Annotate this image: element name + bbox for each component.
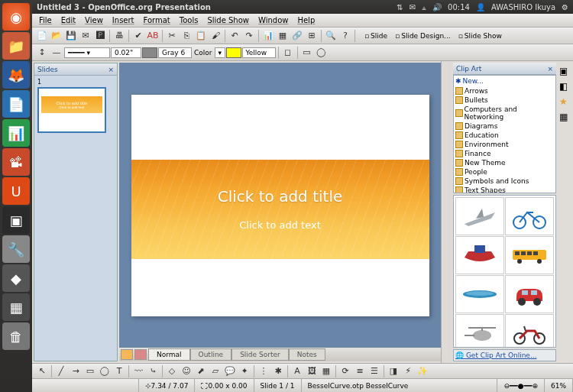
paste-icon[interactable]: 📋 bbox=[194, 29, 208, 43]
ca-environment[interactable]: Environment bbox=[454, 140, 555, 149]
spellcheck-icon[interactable]: ✔ bbox=[131, 29, 145, 43]
clip-car[interactable] bbox=[505, 275, 554, 313]
line-style-icon[interactable]: — bbox=[50, 46, 63, 60]
fontwork-icon[interactable]: A bbox=[290, 364, 304, 378]
table-icon[interactable]: ▦ bbox=[276, 29, 290, 43]
chart-icon[interactable]: 📊 bbox=[261, 29, 275, 43]
flowchart-icon[interactable]: ▱ bbox=[209, 364, 222, 378]
user-name[interactable]: AWASHIRO Ikuya bbox=[491, 3, 555, 11]
open-icon[interactable]: 📂 bbox=[50, 29, 63, 43]
connector-icon[interactable]: ⤷ bbox=[146, 364, 160, 378]
line-color-select[interactable]: Gray 6 bbox=[158, 47, 192, 58]
slide-button[interactable]: ▫ Slide bbox=[361, 30, 391, 42]
title-placeholder[interactable]: Click to add title bbox=[218, 187, 343, 206]
clipart-new[interactable]: ✱ New... bbox=[454, 76, 555, 86]
interaction-icon[interactable]: ⚡ bbox=[401, 364, 415, 378]
menu-format[interactable]: Format bbox=[140, 15, 174, 26]
ca-textshapes[interactable]: Text Shapes bbox=[454, 186, 555, 193]
text-placeholder[interactable]: Click to add text bbox=[239, 219, 321, 231]
ca-diagrams[interactable]: Diagrams bbox=[454, 121, 555, 131]
zoom-slider[interactable]: ⊖━━●━━⊕ bbox=[497, 379, 545, 392]
navigator-icon[interactable]: ⊞ bbox=[305, 29, 319, 43]
launcher-calc[interactable]: 📊 bbox=[2, 119, 30, 147]
print-icon[interactable]: 🖶 bbox=[112, 29, 126, 43]
menu-slideshow[interactable]: Slide Show bbox=[203, 15, 253, 26]
symbol-shapes-icon[interactable]: ☺ bbox=[180, 364, 193, 378]
task-tab-3[interactable]: ★ bbox=[559, 96, 571, 109]
clip-helicopter[interactable] bbox=[455, 314, 504, 348]
fill-type-dropdown[interactable]: ▾ bbox=[215, 47, 225, 58]
ca-computers[interactable]: Computers and Networking bbox=[454, 105, 555, 121]
ca-symbols[interactable]: Symbols and Icons bbox=[454, 177, 555, 186]
line-style-select[interactable]: ━━━━ ▾ bbox=[64, 47, 110, 58]
launcher-terminal[interactable]: ▣ bbox=[2, 206, 30, 234]
clip-boat[interactable] bbox=[455, 236, 504, 274]
task-tab-2[interactable]: ◧ bbox=[559, 81, 571, 93]
slides-thumb-area[interactable]: 1 Click to add titleClick to add text bbox=[34, 76, 117, 361]
vertical-scrollbar[interactable] bbox=[441, 61, 452, 363]
line-width-input[interactable]: 0.02" bbox=[111, 47, 141, 58]
rotate-icon[interactable]: ⟳ bbox=[338, 364, 352, 378]
redo-icon[interactable]: ↷ bbox=[242, 29, 256, 43]
view-icon-1[interactable] bbox=[121, 349, 133, 360]
arrow-icon[interactable]: ↕ bbox=[35, 46, 49, 60]
text-icon[interactable]: T bbox=[112, 364, 126, 378]
menu-window[interactable]: Window bbox=[254, 15, 292, 26]
menu-insert[interactable]: Insert bbox=[108, 15, 138, 26]
launcher-trash[interactable]: 🗑 bbox=[2, 322, 30, 350]
launcher-writer[interactable]: 📄 bbox=[2, 90, 30, 118]
status-zoom[interactable]: 61% bbox=[545, 379, 573, 392]
hyperlink-icon[interactable]: 🔗 bbox=[290, 29, 304, 43]
curve-icon[interactable]: 〰 bbox=[131, 364, 145, 378]
extrusion-icon[interactable]: ◨ bbox=[387, 364, 400, 378]
launcher-impress[interactable]: 📽 bbox=[2, 148, 30, 176]
fill-color-select[interactable]: Yellow bbox=[242, 47, 276, 58]
basic-shapes-icon[interactable]: ◇ bbox=[165, 364, 179, 378]
launcher-workspaces[interactable]: ▦ bbox=[2, 293, 30, 321]
block-arrows-icon[interactable]: ⬈ bbox=[194, 364, 208, 378]
power-icon[interactable]: ⚙ bbox=[562, 3, 568, 11]
clip-schoolbus[interactable] bbox=[505, 236, 554, 274]
clipart-tree[interactable]: ✱ New... Arrows Bullets Computers and Ne… bbox=[453, 75, 556, 193]
ca-finance[interactable]: Finance bbox=[454, 149, 555, 158]
ca-bullets[interactable]: Bullets bbox=[454, 96, 555, 105]
cut-icon[interactable]: ✂ bbox=[165, 29, 179, 43]
tab-normal[interactable]: Normal bbox=[148, 348, 190, 361]
shadow-icon[interactable]: ◻ bbox=[281, 46, 295, 60]
task-tab-4[interactable]: ▦ bbox=[559, 112, 571, 124]
tab-slidesorter[interactable]: Slide Sorter bbox=[231, 348, 289, 361]
ellipse-draw-icon[interactable]: ◯ bbox=[98, 364, 112, 378]
canvas-wrap[interactable]: Click to add title Click to add text bbox=[119, 63, 441, 348]
launcher-files[interactable]: 📁 bbox=[2, 32, 30, 60]
copy-icon[interactable]: ⎘ bbox=[180, 29, 193, 43]
menu-file[interactable]: File bbox=[35, 15, 56, 26]
arrow-line-icon[interactable]: → bbox=[69, 364, 83, 378]
glue-icon[interactable]: ✱ bbox=[271, 364, 285, 378]
menu-help[interactable]: Help bbox=[293, 15, 319, 26]
slide-thumbnail-1[interactable]: Click to add titleClick to add text bbox=[37, 87, 106, 133]
gallery-icon[interactable]: ▦ bbox=[319, 364, 333, 378]
clip-canoe[interactable] bbox=[455, 275, 504, 313]
stars-icon[interactable]: ✦ bbox=[238, 364, 251, 378]
pdf-icon[interactable]: 🅿 bbox=[93, 29, 107, 43]
animation-icon[interactable]: ✨ bbox=[416, 364, 429, 378]
clipart-close-icon[interactable]: × bbox=[547, 65, 553, 73]
help-icon[interactable]: ? bbox=[338, 29, 352, 43]
network-icon[interactable]: ⇅ bbox=[397, 3, 403, 11]
broadcast-icon[interactable]: ⟁ bbox=[422, 3, 426, 11]
mail-icon[interactable]: ✉ bbox=[79, 29, 92, 43]
autospell-icon[interactable]: AB bbox=[146, 29, 160, 43]
rect-draw-icon[interactable]: ▭ bbox=[83, 364, 97, 378]
clip-airplane[interactable] bbox=[455, 197, 504, 235]
line-color-swatch[interactable] bbox=[142, 47, 157, 58]
ellipse-icon[interactable]: ◯ bbox=[315, 46, 329, 60]
launcher-app[interactable]: ◆ bbox=[2, 264, 30, 292]
mail-icon[interactable]: ✉ bbox=[410, 3, 416, 11]
slides-panel-close-icon[interactable]: × bbox=[108, 66, 114, 73]
view-icon-2[interactable] bbox=[134, 349, 147, 360]
align-icon[interactable]: ≡ bbox=[353, 364, 367, 378]
slide-show-button[interactable]: ▫ Slide Show bbox=[455, 30, 506, 42]
arrange-icon[interactable]: ☰ bbox=[367, 364, 381, 378]
from-file-icon[interactable]: 🖼 bbox=[305, 364, 319, 378]
ca-people[interactable]: People bbox=[454, 167, 555, 177]
